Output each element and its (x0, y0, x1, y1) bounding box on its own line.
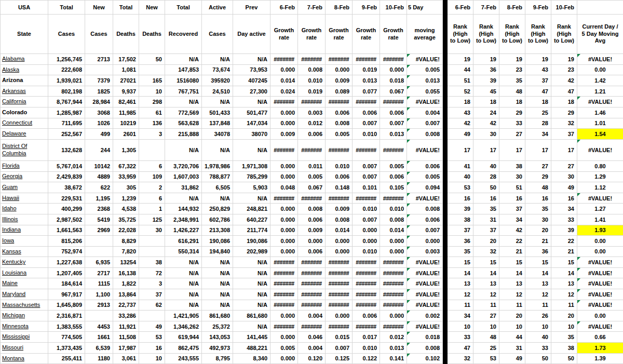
cell-total-recovered[interactable]: N/A (165, 300, 202, 311)
cell-growth-7feb[interactable]: ####### (298, 267, 326, 278)
cell-new-cases[interactable]: 3068 (85, 107, 113, 118)
cell-rank-10feb[interactable]: 20 (551, 311, 577, 321)
header-cell[interactable]: State (1, 15, 48, 54)
cell-rank-8feb[interactable]: 20 (499, 311, 525, 321)
cell-current-over-5day-avg[interactable]: 1.73 (577, 343, 623, 354)
cell-current-over-5day-avg[interactable]: #VALUE! (577, 321, 623, 332)
cell-current-over-5day-avg[interactable]: #VALUE! (577, 193, 623, 204)
cell-growth-7feb[interactable]: 0.019 (298, 86, 326, 97)
cell-prev-day-active[interactable]: 8,340 (233, 353, 270, 364)
cell-5day-moving-avg[interactable]: 0.094 (407, 182, 443, 193)
cell-rank-7feb[interactable]: 42 (473, 118, 499, 129)
cell-rank-6feb[interactable]: 34 (448, 311, 473, 321)
cell-growth-10feb[interactable]: ####### (380, 278, 407, 289)
cell-current-over-5day-avg[interactable]: 1.27 (577, 204, 623, 214)
cell-active-cases[interactable]: 861,680 (202, 311, 233, 321)
cell-rank-8feb[interactable]: 35 (499, 75, 525, 86)
cell-new-cases[interactable]: 2913 (85, 300, 113, 311)
cell-total-deaths[interactable]: 7,820 (113, 246, 139, 257)
state-link[interactable]: Maine (1, 278, 48, 289)
cell-prev-day-active[interactable]: 501,477 (233, 107, 270, 118)
cell-total-recovered[interactable]: 1,426,227 (165, 225, 202, 236)
cell-growth-7feb[interactable]: ####### (298, 54, 326, 65)
cell-growth-9feb[interactable]: 0.000 (353, 236, 380, 247)
cell-growth-10feb[interactable]: 0.018 (380, 75, 407, 86)
cell-rank-10feb[interactable]: 21 (551, 246, 577, 257)
cell-total-deaths[interactable]: 1,239 (113, 193, 139, 204)
cell-rank-9feb[interactable]: 48 (525, 182, 551, 193)
cell-new-cases[interactable] (85, 311, 113, 321)
cell-total-recovered[interactable]: N/A (165, 97, 202, 107)
cell-5day-moving-avg[interactable]: 0.005 (407, 64, 443, 75)
cell-growth-6feb[interactable]: 0.000 (270, 246, 298, 257)
cell-active-cases[interactable]: 190,086 (202, 236, 233, 247)
cell-rank-8feb[interactable]: 38 (499, 160, 525, 171)
cell-new-deaths[interactable]: 50 (139, 54, 165, 65)
cell-growth-6feb[interactable]: 0.000 (270, 225, 298, 236)
cell-rank-6feb[interactable]: 14 (448, 267, 473, 278)
header-cell[interactable]: Growth rate (270, 15, 298, 54)
header-cell[interactable]: Growth rate (326, 15, 353, 54)
cell-rank-9feb[interactable]: 19 (525, 54, 551, 65)
cell-growth-7feb[interactable]: 0.004 (298, 311, 326, 321)
cell-prev-day-active[interactable]: N/A (233, 289, 270, 300)
cell-rank-10feb[interactable]: 15 (551, 257, 577, 268)
cell-growth-6feb[interactable]: ####### (270, 267, 298, 278)
cell-active-cases[interactable]: 395920 (202, 75, 233, 86)
cell-rank-9feb[interactable]: 37 (525, 75, 551, 86)
cell-new-cases[interactable]: 2713 (85, 54, 113, 65)
cell-growth-8feb[interactable]: ####### (326, 300, 353, 311)
cell-total-recovered[interactable]: 563,628 (165, 118, 202, 129)
cell-new-cases[interactable]: 2717 (85, 267, 113, 278)
cell-total-recovered[interactable]: 147,853 (165, 64, 202, 75)
state-link[interactable]: Alaska (1, 64, 48, 75)
cell-rank-8feb[interactable]: 27 (499, 129, 525, 140)
cell-growth-6feb[interactable]: 0.000 (270, 236, 298, 247)
cell-total-deaths[interactable]: 22,737 (113, 300, 139, 311)
cell-total-recovered[interactable]: N/A (165, 54, 202, 65)
cell-rank-10feb[interactable]: 17 (551, 139, 577, 160)
cell-rank-8feb[interactable]: 14 (499, 267, 525, 278)
cell-total-recovered[interactable]: N/A (165, 257, 202, 268)
header-cell[interactable]: Total (113, 1, 139, 15)
cell-total-deaths[interactable]: 82,461 (113, 97, 139, 107)
cell-rank-8feb[interactable]: 11 (499, 300, 525, 311)
cell-active-cases[interactable]: 788,877 (202, 171, 233, 182)
cell-current-over-5day-avg[interactable]: 1.21 (577, 86, 623, 97)
cell-new-cases[interactable]: 6,935 (85, 257, 113, 268)
cell-total-deaths[interactable]: 1,822 (113, 278, 139, 289)
cell-current-over-5day-avg[interactable]: 0.00 (577, 311, 623, 321)
cell-new-deaths[interactable]: 62 (139, 300, 165, 311)
cell-5day-moving-avg[interactable]: #VALUE! (407, 54, 443, 65)
cell-growth-6feb[interactable]: 0.000 (270, 204, 298, 214)
cell-total-recovered[interactable]: N/A (165, 139, 202, 160)
header-cell[interactable]: Total (165, 1, 202, 15)
cell-prev-day-active[interactable]: 211,774 (233, 225, 270, 236)
cell-growth-6feb[interactable]: 0.000 (270, 332, 298, 343)
cell-rank-9feb[interactable]: 12 (525, 289, 551, 300)
cell-growth-9feb[interactable]: ####### (353, 300, 380, 311)
cell-rank-9feb[interactable]: 43 (525, 64, 551, 75)
cell-growth-8feb[interactable]: 0.148 (326, 182, 353, 193)
cell-rank-7feb[interactable]: 30 (473, 129, 499, 140)
cell-rank-9feb[interactable]: 26 (525, 311, 551, 321)
header-cell[interactable]: 10-Feb (551, 1, 577, 15)
header-cell[interactable]: Deaths (113, 15, 139, 54)
header-cell[interactable]: Rank (High to Low) (551, 15, 577, 54)
cell-total-recovered[interactable]: 1,607,003 (165, 171, 202, 182)
cell-5day-moving-avg[interactable]: #VALUE! (407, 97, 443, 107)
cell-new-cases[interactable]: 2368 (85, 204, 113, 214)
cell-rank-7feb[interactable]: 31 (473, 214, 499, 225)
cell-rank-6feb[interactable]: 42 (448, 118, 473, 129)
header-cell[interactable]: 5 Day (407, 1, 443, 15)
cell-rank-7feb[interactable]: 10 (473, 321, 499, 332)
cell-rank-7feb[interactable]: 14 (473, 267, 499, 278)
header-cell[interactable]: Rank (High to Low) (448, 15, 473, 54)
state-link[interactable]: Michigan (1, 311, 48, 321)
header-cell[interactable]: Prev (233, 1, 270, 15)
cell-total-cases[interactable]: 1,383,555 (48, 321, 85, 332)
cell-active-cases[interactable]: 501,433 (202, 107, 233, 118)
cell-rank-9feb[interactable]: 11 (525, 300, 551, 311)
cell-growth-10feb[interactable]: 0.000 (380, 246, 407, 257)
state-link[interactable]: Guam (1, 182, 48, 193)
